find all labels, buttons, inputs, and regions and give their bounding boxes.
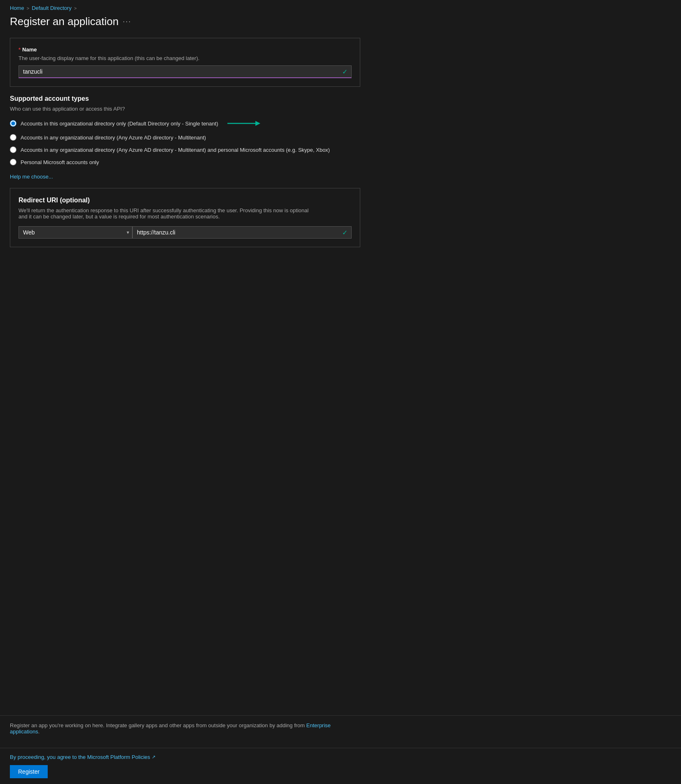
policy-link[interactable]: By proceeding, you agree to the Microsof…	[10, 754, 671, 760]
radio-group: Accounts in this organizational director…	[10, 118, 360, 165]
name-check-icon: ✓	[342, 68, 347, 76]
page-header: Register an application ···	[10, 15, 360, 28]
breadcrumb-sep1: >	[27, 6, 29, 11]
radio-label-3[interactable]: Accounts in any organizational directory…	[21, 147, 330, 153]
redirect-inputs: Web SPA Public client/native (mobile & d…	[19, 226, 352, 239]
redirect-title: Redirect URI (optional)	[19, 197, 352, 204]
footer-text-section: Register an app you're working on here. …	[0, 715, 681, 748]
radio-label-2[interactable]: Accounts in any organizational directory…	[21, 135, 206, 141]
spacer	[0, 490, 681, 715]
required-indicator: *	[19, 46, 21, 53]
breadcrumb-sep2: >	[74, 6, 76, 11]
page-title: Register an application	[10, 15, 119, 28]
breadcrumb: Home > Default Directory >	[10, 5, 360, 11]
radio-item-2: Accounts in any organizational directory…	[10, 134, 360, 141]
account-types-subtitle: Who can use this application or access t…	[10, 106, 360, 112]
radio-input-1[interactable]	[10, 120, 16, 127]
radio-item-3: Accounts in any organizational directory…	[10, 146, 360, 153]
policy-section: By proceeding, you agree to the Microsof…	[0, 748, 681, 784]
breadcrumb-home[interactable]: Home	[10, 5, 24, 11]
redirect-type-dropdown-wrapper: Web SPA Public client/native (mobile & d…	[19, 226, 132, 239]
radio-label-4[interactable]: Personal Microsoft accounts only	[21, 159, 99, 165]
redirect-type-dropdown[interactable]: Web SPA Public client/native (mobile & d…	[19, 226, 132, 239]
register-button[interactable]: Register	[10, 765, 48, 778]
name-label-text: Name	[22, 46, 37, 53]
name-input[interactable]	[19, 65, 352, 78]
account-types-title: Supported account types	[10, 95, 360, 102]
teal-arrow-icon	[227, 118, 260, 128]
radio-input-4[interactable]	[10, 159, 16, 165]
redirect-description: We'll return the authentication response…	[19, 207, 315, 220]
account-types-section: Supported account types Who can use this…	[10, 95, 360, 180]
radio-label-1[interactable]: Accounts in this organizational director…	[21, 121, 218, 127]
radio-input-2[interactable]	[10, 134, 16, 141]
redirect-section: Redirect URI (optional) We'll return the…	[10, 188, 360, 247]
help-me-choose-link[interactable]: Help me choose...	[10, 174, 53, 180]
name-field-description: The user-facing display name for this ap…	[19, 55, 352, 61]
uri-check-icon: ✓	[342, 229, 347, 237]
arrow-indicator	[227, 118, 260, 128]
radio-item-4: Personal Microsoft accounts only	[10, 159, 360, 165]
name-input-wrapper: ✓	[19, 65, 352, 78]
footer-bottom-text: Register an app you're working on here. …	[10, 722, 347, 735]
svg-marker-1	[255, 121, 260, 126]
external-link-icon: ↗	[152, 754, 155, 760]
radio-item-1: Accounts in this organizational director…	[10, 118, 360, 128]
more-options-icon[interactable]: ···	[123, 17, 132, 26]
name-field-label: * Name	[19, 46, 352, 53]
redirect-uri-input[interactable]	[132, 226, 352, 239]
radio-input-3[interactable]	[10, 146, 16, 153]
breadcrumb-directory[interactable]: Default Directory	[32, 5, 72, 11]
uri-input-wrapper: ✓	[132, 226, 352, 239]
name-section: * Name The user-facing display name for …	[10, 38, 360, 87]
